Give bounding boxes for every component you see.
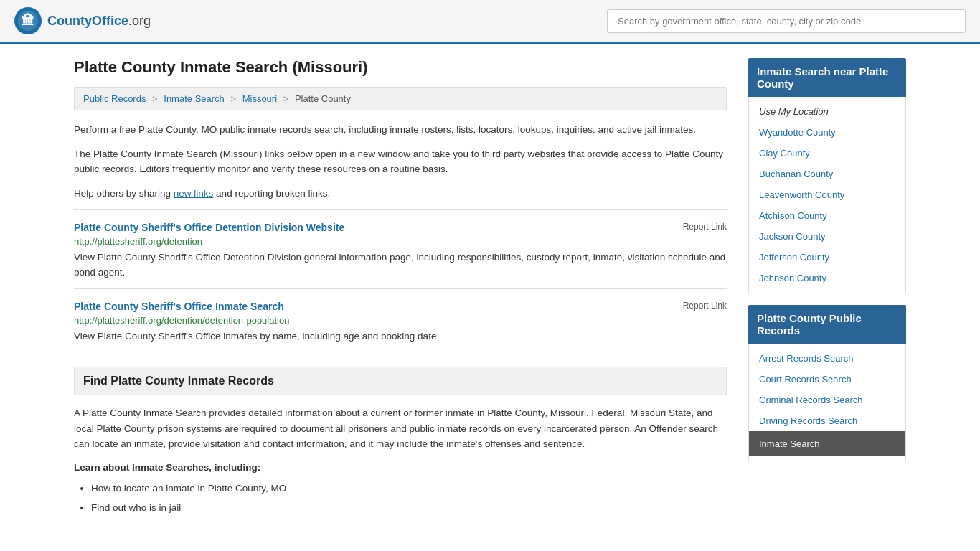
content-wrapper: Platte County Inmate Search (Missouri) P… xyxy=(60,44,920,532)
link-entry-2-url[interactable]: http://plattesheriff.org/detention/deten… xyxy=(74,315,727,326)
logo-icon: 🏛 xyxy=(14,7,42,34)
logo-text: CountyOffice.org xyxy=(47,14,151,29)
breadcrumb-current: Platte County xyxy=(295,93,351,104)
link-entry-1-url[interactable]: http://plattesheriff.org/detention xyxy=(74,236,727,247)
bullet-list: How to locate an inmate in Platte County… xyxy=(74,479,727,517)
site-header: 🏛 CountyOffice.org xyxy=(0,0,980,44)
sidebar-link-arrest-records[interactable]: Arrest Records Search xyxy=(749,348,905,369)
link-entry-2: Platte County Sheriff's Office Inmate Se… xyxy=(74,288,727,352)
sidebar-public-records-body: Arrest Records Search Court Records Sear… xyxy=(748,344,906,461)
svg-text:🏛: 🏛 xyxy=(22,13,34,28)
sidebar-link-inmate-search[interactable]: Inmate Search xyxy=(749,431,905,456)
link-entry-1-desc: View Platte County Sheriff's Office Dete… xyxy=(74,250,727,280)
sidebar-link-wyandotte[interactable]: Wyandotte County xyxy=(749,122,905,143)
breadcrumb-missouri[interactable]: Missouri xyxy=(242,93,277,104)
sidebar-use-location[interactable]: Use My Location xyxy=(749,101,905,122)
page-title: Platte County Inmate Search (Missouri) xyxy=(74,58,727,77)
link-entry-1: Platte County Sheriff's Office Detention… xyxy=(74,209,727,288)
breadcrumb-inmate-search[interactable]: Inmate Search xyxy=(164,93,225,104)
link-entry-2-header: Platte County Sheriff's Office Inmate Se… xyxy=(74,301,727,312)
link-entry-1-title[interactable]: Platte County Sheriff's Office Detention… xyxy=(74,222,344,233)
link-entry-2-report[interactable]: Report Link xyxy=(683,301,727,311)
link-entry-1-header: Platte County Sheriff's Office Detention… xyxy=(74,222,727,233)
learn-label: Learn about Inmate Searches, including: xyxy=(74,462,727,473)
sidebar-link-criminal-records[interactable]: Criminal Records Search xyxy=(749,390,905,410)
sidebar-link-court-records[interactable]: Court Records Search xyxy=(749,369,905,390)
sidebar-nearby-title: Inmate Search near Platte County xyxy=(748,58,906,97)
search-input[interactable] xyxy=(607,9,966,33)
breadcrumb-public-records[interactable]: Public Records xyxy=(83,93,146,104)
sidebar-link-johnson[interactable]: Johnson County xyxy=(749,268,905,288)
bullet-item-1: How to locate an inmate in Platte County… xyxy=(91,479,727,498)
description-2: The Platte County Inmate Search (Missour… xyxy=(74,146,727,177)
bullet-item-2: Find out who is in jail xyxy=(91,498,727,517)
new-links-link[interactable]: new links xyxy=(174,188,214,199)
sidebar-nearby-body: Use My Location Wyandotte County Clay Co… xyxy=(748,97,906,293)
sidebar-link-leavenworth[interactable]: Leavenworth County xyxy=(749,184,905,205)
main-content: Platte County Inmate Search (Missouri) P… xyxy=(74,58,727,517)
link-entry-2-desc: View Platte County Sheriff's Office inma… xyxy=(74,329,727,344)
sidebar-link-jefferson[interactable]: Jefferson County xyxy=(749,247,905,268)
sidebar-public-records-title: Platte County Public Records xyxy=(748,305,906,344)
find-section-body: A Platte County Inmate Search provides d… xyxy=(74,405,727,452)
link-entry-2-title[interactable]: Platte County Sheriff's Office Inmate Se… xyxy=(74,301,284,312)
find-section-heading: Find Platte County Inmate Records xyxy=(74,367,727,395)
sidebar-link-atchison[interactable]: Atchison County xyxy=(749,205,905,226)
sidebar-link-buchanan[interactable]: Buchanan County xyxy=(749,164,905,184)
description-3: Help others by sharing new links and rep… xyxy=(74,186,727,202)
sidebar: Inmate Search near Platte County Use My … xyxy=(748,58,906,517)
link-entry-1-report[interactable]: Report Link xyxy=(683,222,727,232)
description-1: Perform a free Platte County, MO public … xyxy=(74,122,727,138)
sidebar-link-jackson[interactable]: Jackson County xyxy=(749,226,905,247)
breadcrumb: Public Records > Inmate Search > Missour… xyxy=(74,87,727,110)
sidebar-link-driving-records[interactable]: Driving Records Search xyxy=(749,410,905,431)
logo[interactable]: 🏛 CountyOffice.org xyxy=(14,7,151,34)
sidebar-link-clay[interactable]: Clay County xyxy=(749,143,905,164)
